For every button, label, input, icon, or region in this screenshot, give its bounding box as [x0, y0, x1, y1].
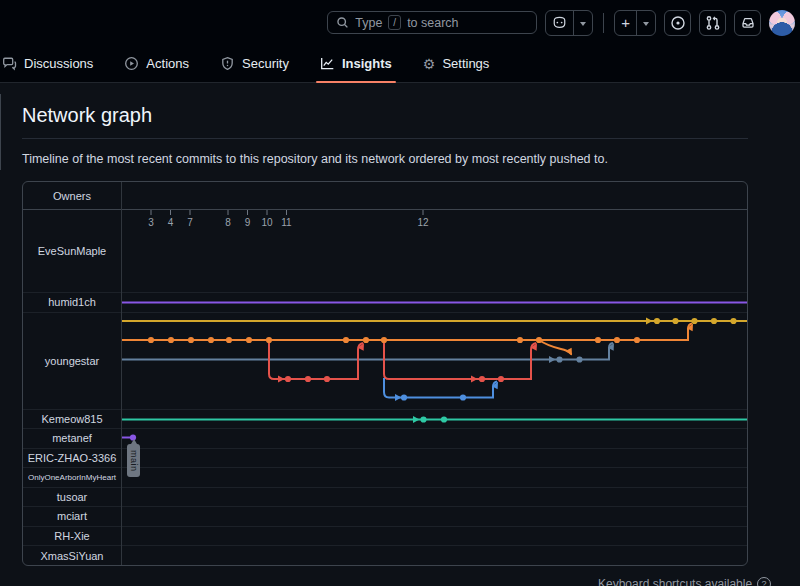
page-description: Timeline of the most recent commits to t…: [22, 152, 770, 166]
owner-graph-lane[interactable]: [121, 449, 747, 468]
owner-name[interactable]: mciart: [23, 507, 121, 526]
table-header: Owners: [23, 182, 747, 210]
owner-name[interactable]: RH-Xie: [23, 527, 121, 546]
copilot-menu-caret[interactable]: [573, 11, 592, 35]
issue-opened-icon: [670, 15, 686, 31]
column-divider: [121, 182, 122, 565]
question-circle-icon: ?: [757, 577, 771, 586]
shield-icon: [220, 56, 235, 71]
create-new-button[interactable]: +: [614, 10, 656, 36]
copilot-icon[interactable]: [546, 11, 573, 35]
pull-requests-button[interactable]: [699, 10, 726, 36]
owner-name[interactable]: ERIC-ZHAO-3366: [23, 449, 121, 468]
graph-icon: [320, 56, 335, 71]
tab-discussions[interactable]: Discussions: [0, 45, 102, 82]
search-placeholder-suffix: to search: [407, 16, 458, 30]
owner-rows: EveSunMaplehumid1chyoungestarKemeow815me…: [23, 210, 747, 566]
main-content: Network graph Timeline of the most recen…: [0, 104, 800, 566]
chevron-down-icon: [643, 22, 649, 29]
owner-graph-lane[interactable]: [121, 429, 747, 448]
active-tab-underline: [316, 81, 396, 83]
search-input[interactable]: Type / to search: [327, 11, 537, 34]
plus-icon[interactable]: +: [615, 11, 636, 35]
owner-row: RH-Xie: [23, 527, 747, 547]
owner-row: humid1ch: [23, 293, 747, 313]
owner-graph-lane[interactable]: [121, 210, 747, 292]
gear-icon: ⚙: [423, 57, 436, 71]
owner-graph-lane[interactable]: [121, 468, 747, 487]
tab-settings[interactable]: ⚙ Settings: [414, 45, 499, 82]
tab-label: Actions: [146, 56, 189, 71]
owner-row: XmasSiYuan: [23, 546, 747, 566]
inbox-icon: [740, 15, 756, 31]
repo-tab-bar: Discussions Actions Security Insights ⚙ …: [0, 45, 800, 83]
owner-graph-lane[interactable]: [121, 507, 747, 526]
tab-insights[interactable]: Insights: [311, 45, 401, 82]
tab-label: Discussions: [24, 56, 93, 71]
sidebar-edge-line: [0, 94, 1, 170]
owner-graph-lane[interactable]: [121, 313, 747, 409]
tab-security[interactable]: Security: [211, 45, 298, 82]
tab-label: Insights: [342, 56, 392, 71]
owners-column-header: Owners: [23, 190, 121, 202]
owner-name[interactable]: XmasSiYuan: [23, 546, 121, 566]
nav-divider: [603, 13, 604, 33]
owner-row: youngestar: [23, 313, 747, 410]
git-pull-request-icon: [705, 15, 721, 31]
keyboard-shortcuts-note[interactable]: Keyboard shortcuts available ?: [598, 577, 771, 586]
owner-name[interactable]: EveSunMaple: [23, 210, 121, 292]
avatar[interactable]: [769, 10, 795, 36]
search-placeholder-prefix: Type: [355, 16, 382, 30]
keyboard-shortcuts-label: Keyboard shortcuts available: [598, 577, 752, 586]
owner-name[interactable]: humid1ch: [23, 293, 121, 312]
search-icon: [336, 16, 349, 29]
title-divider: [22, 138, 748, 139]
owner-row: mciart: [23, 507, 747, 527]
issues-button[interactable]: [664, 10, 691, 36]
owner-name[interactable]: youngestar: [23, 313, 121, 409]
chevron-down-icon: [580, 22, 586, 29]
owner-graph-lane[interactable]: [121, 527, 747, 546]
slash-key-hint: /: [388, 15, 401, 30]
top-nav: Type / to search +: [0, 0, 800, 45]
owner-name[interactable]: metanef: [23, 429, 121, 448]
network-graph-table: Owners EveSunMaplehumid1chyoungestarKeme…: [22, 181, 748, 566]
branch-ref-label: main: [127, 444, 140, 477]
play-icon: [124, 56, 139, 71]
tab-label: Settings: [442, 56, 489, 71]
create-new-caret[interactable]: [636, 11, 655, 35]
page-title: Network graph: [22, 104, 770, 127]
owner-name[interactable]: Kemeow815: [23, 410, 121, 429]
tab-label: Security: [242, 56, 289, 71]
owner-name[interactable]: OnlyOneArborInMyHeart: [23, 468, 121, 487]
owner-name[interactable]: tusoar: [23, 488, 121, 507]
discussions-icon: [2, 56, 17, 71]
owner-row: tusoar: [23, 488, 747, 508]
owner-graph-lane[interactable]: [121, 546, 747, 566]
owner-graph-lane[interactable]: [121, 488, 747, 507]
owner-graph-lane[interactable]: [121, 293, 747, 312]
tab-actions[interactable]: Actions: [115, 45, 198, 82]
copilot-button[interactable]: [545, 10, 593, 36]
owner-row: EveSunMaple: [23, 210, 747, 293]
owner-graph-lane[interactable]: [121, 410, 747, 429]
inbox-button[interactable]: [734, 10, 761, 36]
owner-row: Kemeow815: [23, 410, 747, 430]
